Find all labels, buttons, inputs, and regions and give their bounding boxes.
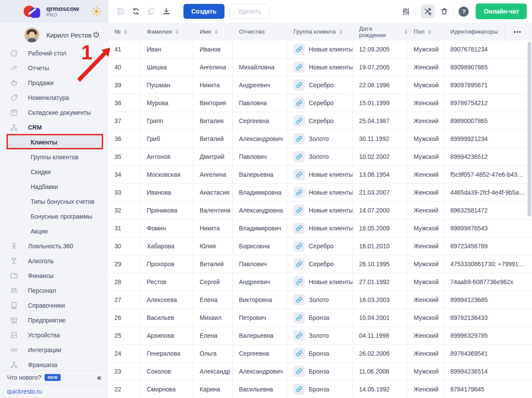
online-chat-button[interactable]: Онлайн-чат: [476, 3, 527, 19]
sidebar-item-client-groups[interactable]: Группы клиентов: [0, 150, 108, 165]
table-row[interactable]: 31ФоминНикитаВладимировичНовые клиенты18…: [108, 220, 532, 237]
table-row[interactable]: 41ИванИвановНовые клиенты12.09.2005Мужск…: [108, 41, 532, 58]
table-row[interactable]: 33ИвановаАнастасияВладимировнаНовые клие…: [108, 184, 532, 202]
sidebar-item-dashboard[interactable]: Рабочий стол: [0, 46, 108, 61]
sidebar-item-directories[interactable]: Справочники: [0, 298, 108, 313]
sort-icon[interactable]: [214, 30, 218, 34]
group-link-icon[interactable]: [294, 294, 305, 305]
theme-sun-icon[interactable]: [92, 7, 101, 16]
table-row[interactable]: 39ПушманНикитаАндреевичСеребро22.08.1996…: [108, 76, 532, 94]
table-row[interactable]: 26ВасильевМихаилПетровичБронза10.04.2001…: [108, 309, 532, 327]
collapse-sidebar-icon[interactable]: «: [97, 374, 101, 381]
sidebar-item-finance[interactable]: Финансы: [0, 268, 108, 283]
table-row[interactable]: 27АлексееваЕленаВикторовнаЗолото18.03.20…: [108, 291, 532, 309]
whats-new-row[interactable]: Что нового? NEW «: [0, 370, 108, 384]
trash-icon[interactable]: [440, 7, 449, 16]
table-row[interactable]: 23СоколовАлександрАлександровичБронза11.…: [108, 363, 532, 381]
group-link-icon[interactable]: [294, 223, 305, 234]
sidebar-item-surcharges[interactable]: Надбавки: [0, 179, 108, 194]
cell-gender: Женский: [408, 291, 444, 309]
table-row[interactable]: 36ГрибВиталийАлександровичЗолото30.11.19…: [108, 130, 532, 148]
sidebar-item-integrations[interactable]: Интеграции: [0, 343, 108, 357]
sidebar-item-label: CRM: [28, 124, 42, 131]
table-row[interactable]: 32ПряниковаВалентинаАлександровнаНовые к…: [108, 202, 532, 220]
table-row[interactable]: 29ПрохоровВиталийПавловичСеребро26.10.19…: [108, 255, 532, 273]
sidebar-item-sales[interactable]: Продажи: [0, 75, 108, 90]
column-header-last-name[interactable]: Фамилия: [141, 23, 193, 41]
download-icon[interactable]: [162, 7, 171, 16]
column-header-num[interactable]: №: [108, 23, 141, 41]
cell-last-name: Пушман: [141, 76, 193, 94]
group-link-icon[interactable]: [294, 115, 305, 127]
column-header-birth-date[interactable]: Дата рождения: [353, 23, 408, 41]
table-row[interactable]: 25АрхиповаЕленаВалерьевнаЗолото04.11.199…: [108, 327, 532, 345]
sidebar-item-crm[interactable]: CRM: [0, 120, 108, 135]
sidebar-item-bonus-programs[interactable]: Бонусные программы: [0, 209, 108, 224]
table-scrollbar[interactable]: [528, 42, 531, 397]
sidebar-item-warehouse-docs[interactable]: Складские документы: [0, 105, 108, 120]
sort-icon[interactable]: [404, 30, 408, 34]
group-link-icon[interactable]: [294, 312, 305, 323]
sidebar-item-franchise[interactable]: Франшиза: [0, 357, 108, 370]
logout-power-icon[interactable]: [92, 31, 100, 39]
cell-num: 27: [108, 291, 141, 309]
sort-icon[interactable]: [175, 30, 179, 34]
table-row[interactable]: 40ШишкаАнгелинаМихайловнаНовые клиенты19…: [108, 58, 532, 76]
create-button[interactable]: Создать: [183, 4, 225, 19]
sidebar-item-loyalty-360[interactable]: Лояльность.360: [0, 239, 108, 254]
column-header-group[interactable]: Группа клиента: [287, 23, 353, 41]
sidebar-item-enterprise[interactable]: Предприятие: [0, 313, 108, 328]
table-row[interactable]: 38МуроваВикторияПавловнаСеребро15.01.199…: [108, 94, 532, 112]
group-link-icon[interactable]: [294, 366, 305, 377]
filters-sliders-icon[interactable]: [401, 7, 411, 16]
sidebar-item-devices[interactable]: Устройства: [0, 328, 108, 343]
table-row[interactable]: 24ГенераловаОльгаСергеевнаБронза26.02.20…: [108, 345, 532, 363]
sidebar-item-nomenclature[interactable]: Номенклатура: [0, 90, 108, 105]
delete-button[interactable]: Удалить: [230, 4, 269, 19]
group-link-icon[interactable]: [294, 187, 305, 198]
group-link-icon[interactable]: [294, 79, 305, 91]
group-link-icon[interactable]: [294, 384, 305, 395]
admin-tools-icon[interactable]: [421, 4, 435, 18]
sort-icon[interactable]: [124, 30, 128, 34]
table-row[interactable]: 37ГриппВиталияСергеевнаСеребро25.04.1987…: [108, 112, 532, 130]
table-row[interactable]: 30ХабароваЮлияБорисовнаСеребро16.01.2010…: [108, 237, 532, 255]
group-link-icon[interactable]: [294, 276, 305, 288]
scrollbar-thumb[interactable]: [528, 42, 531, 216]
column-settings-button[interactable]: •••: [504, 23, 522, 41]
group-link-icon[interactable]: [294, 151, 305, 162]
group-link-icon[interactable]: [294, 330, 305, 341]
group-link-icon[interactable]: [294, 258, 305, 270]
table-row[interactable]: 35АнтоновДмитрийПавловичЗолото10.02.2002…: [108, 148, 532, 166]
quickresto-site-link[interactable]: quickresto.ru: [7, 388, 42, 395]
group-link-icon[interactable]: [294, 205, 305, 216]
sort-icon[interactable]: [428, 30, 432, 34]
sidebar-item-bonus-account-types[interactable]: Типы бонусных счетов: [0, 194, 108, 209]
column-header-first-name[interactable]: Имя: [193, 23, 233, 41]
sidebar-item-alcohol[interactable]: Алкоголь: [0, 254, 108, 268]
help-icon[interactable]: ?: [459, 7, 469, 17]
user-account-row[interactable]: Кирилл Рестов: [0, 26, 108, 44]
cell-gender: Женский: [408, 202, 444, 219]
cell-group: Новые клиенты: [287, 184, 353, 201]
group-link-icon[interactable]: [294, 240, 305, 252]
table-row[interactable]: 28РестовСергейАндреевичНовые клиенты27.0…: [108, 273, 532, 291]
cell-num: 35: [108, 148, 141, 165]
refresh-icon[interactable]: [131, 7, 140, 16]
sidebar-item-label: Надбавки: [31, 183, 58, 190]
sort-icon[interactable]: [339, 30, 343, 34]
group-link-icon[interactable]: [294, 169, 305, 180]
group-link-icon[interactable]: [294, 97, 305, 109]
sidebar-item-promotions[interactable]: Акции: [0, 224, 108, 239]
table-row[interactable]: 22СмирноваКаринаВасильевнаБронза14.05.19…: [108, 381, 532, 398]
group-link-icon[interactable]: [294, 348, 305, 359]
group-link-icon[interactable]: [294, 62, 305, 73]
table-row[interactable]: 34МосковскаяАнгелинаВалерьевнаНовые клие…: [108, 166, 532, 184]
sidebar-item-staff[interactable]: Персонал: [0, 283, 108, 298]
sidebar-item-reports[interactable]: Отчеты: [0, 61, 108, 75]
group-link-icon[interactable]: [294, 133, 305, 144]
column-header-gender[interactable]: Пол: [408, 23, 444, 41]
group-link-icon[interactable]: [294, 44, 305, 55]
sidebar-item-clients[interactable]: Клиенты: [6, 135, 103, 150]
sidebar-item-discounts[interactable]: Скидки: [0, 165, 108, 179]
